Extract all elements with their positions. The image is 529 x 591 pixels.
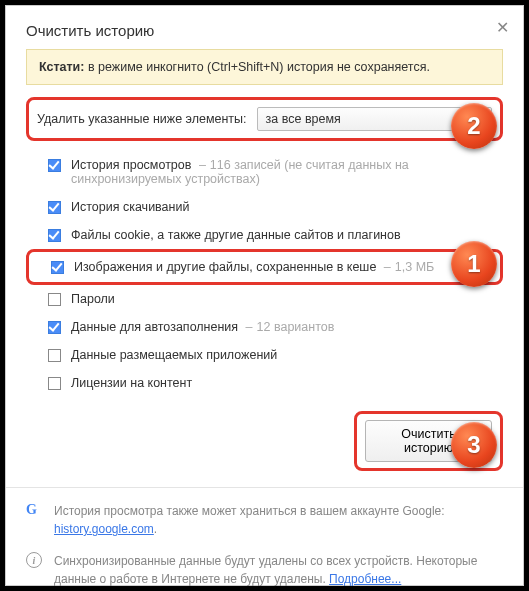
clear-history-dialog: Очистить историю ✕ Кстати: в режиме инко…: [5, 5, 524, 586]
time-range-label: Удалить указанные ниже элементы:: [37, 112, 247, 126]
incognito-tip: Кстати: в режиме инкогнито (Ctrl+Shift+N…: [26, 49, 503, 85]
options-list: История просмотров –116 записей (не счит…: [26, 151, 503, 397]
tip-text: в режиме инкогнито (Ctrl+Shift+N) истори…: [88, 60, 430, 74]
google-icon: G: [26, 502, 44, 518]
close-icon[interactable]: ✕: [496, 18, 509, 37]
footer-info: i Синхронизированные данные будут удален…: [26, 552, 503, 588]
list-item-cache[interactable]: Изображения и другие файлы, сохраненные …: [26, 249, 503, 285]
list-item[interactable]: Файлы cookie, а также другие данные сайт…: [26, 221, 503, 249]
checkbox[interactable]: [48, 377, 61, 390]
item-sub: 1,3 МБ: [395, 260, 434, 274]
item-label: Данные размещаемых приложений: [71, 348, 277, 362]
list-item[interactable]: История скачиваний: [26, 193, 503, 221]
item-label: Изображения и другие файлы, сохраненные …: [74, 260, 376, 274]
item-label: Лицензии на контент: [71, 376, 192, 390]
checkbox[interactable]: [51, 261, 64, 274]
checkbox[interactable]: [48, 293, 61, 306]
info-icon: i: [26, 552, 44, 568]
history-google-link[interactable]: history.google.com: [54, 522, 154, 536]
checkbox[interactable]: [48, 229, 61, 242]
list-item[interactable]: Данные для автозаполнения –12 вариантов: [26, 313, 503, 341]
list-item[interactable]: Лицензии на контент: [26, 369, 503, 397]
time-range-row: Удалить указанные ниже элементы: за все …: [26, 97, 503, 141]
item-label: История скачиваний: [71, 200, 189, 214]
badge-2: 2: [451, 103, 497, 149]
checkbox[interactable]: [48, 321, 61, 334]
tip-prefix: Кстати:: [39, 60, 88, 74]
badge-3: 3: [451, 422, 497, 468]
footer-google: G История просмотра также может хранитьс…: [26, 502, 503, 538]
dialog-title: Очистить историю: [6, 6, 523, 49]
checkbox[interactable]: [48, 349, 61, 362]
list-item[interactable]: Данные размещаемых приложений: [26, 341, 503, 369]
item-label: Пароли: [71, 292, 115, 306]
list-item[interactable]: История просмотров –116 записей (не счит…: [26, 151, 503, 193]
separator: [6, 487, 523, 488]
item-label: История просмотров: [71, 158, 191, 172]
badge-1: 1: [451, 241, 497, 287]
footer: G История просмотра также может хранитьс…: [26, 502, 503, 588]
item-sub: 12 вариантов: [257, 320, 335, 334]
item-label: Файлы cookie, а также другие данные сайт…: [71, 228, 401, 242]
checkbox[interactable]: [48, 159, 61, 172]
list-item[interactable]: Пароли: [26, 285, 503, 313]
checkbox[interactable]: [48, 201, 61, 214]
learn-more-link[interactable]: Подробнее...: [329, 572, 401, 586]
item-label: Данные для автозаполнения: [71, 320, 238, 334]
